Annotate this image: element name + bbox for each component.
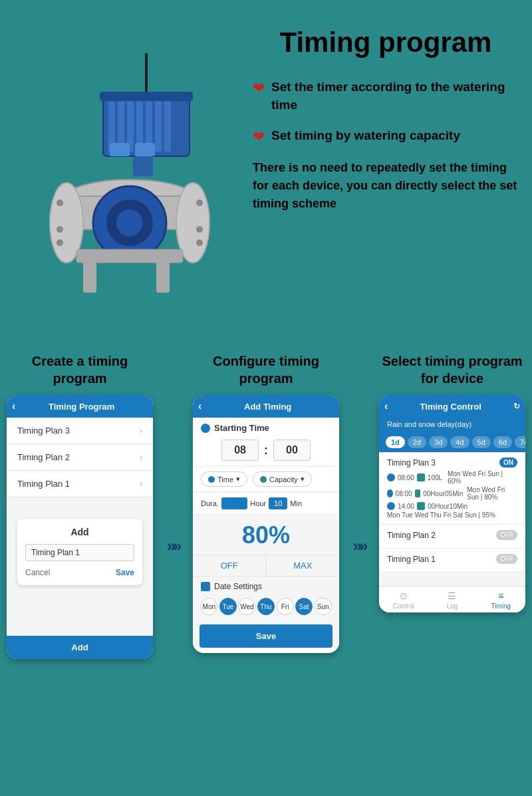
bottom-section: Create a timing program ‹ Timing Program… bbox=[0, 346, 532, 672]
phone-1: ‹ Timing Program Timing Plan 3 › Timing … bbox=[7, 395, 153, 659]
day-mon[interactable]: Mon bbox=[200, 598, 217, 615]
svg-rect-11 bbox=[100, 92, 193, 101]
phone-1-body: Timing Plan 3 › Timing Plan 2 › Timing P… bbox=[7, 418, 153, 636]
timing-icon: ≡ bbox=[477, 591, 525, 601]
svg-point-17 bbox=[57, 199, 63, 206]
off-max-row: OFF MAX bbox=[193, 555, 339, 577]
tab-log[interactable]: ☰ Log bbox=[428, 591, 476, 610]
time-icon-1 bbox=[387, 473, 395, 481]
day-fri[interactable]: Fri bbox=[277, 598, 294, 615]
plan-3-detail-2: 08:00 00Hour05Min Mon Wed Fri Sun | 80% bbox=[387, 486, 517, 501]
list-item-1[interactable]: Timing Plan 1 › bbox=[7, 471, 153, 497]
cancel-button[interactable]: Cancel bbox=[25, 568, 50, 577]
svg-rect-8 bbox=[164, 101, 171, 152]
step-3-title: Select timing program for device bbox=[379, 352, 525, 387]
right-content: Timing program ❤ Set the timer according… bbox=[239, 20, 519, 332]
plan-1-header: Timing Plan 1 OFF bbox=[387, 554, 517, 564]
delay-3d[interactable]: 3d bbox=[429, 436, 448, 448]
phone-3-header: ‹ Timing Control ↻ bbox=[379, 395, 525, 418]
list-item-2[interactable]: Timing Plan 2 › bbox=[7, 444, 153, 471]
phone-2-header: ‹ Add Timing bbox=[193, 395, 339, 418]
plan-3-detail-1: 08:00 100L Mon Wed Fri Sun | 60% bbox=[387, 470, 517, 485]
list-item-3[interactable]: Timing Plan 3 › bbox=[7, 418, 153, 444]
svg-rect-12 bbox=[133, 156, 153, 176]
svg-rect-28 bbox=[156, 259, 170, 293]
step-2: Configure timing program ‹ Add Timing St… bbox=[193, 352, 339, 659]
sub-header: Rain and snow delay(day) bbox=[379, 418, 525, 432]
dropdown-arrow-2: ▾ bbox=[301, 475, 305, 483]
phone-2: ‹ Add Timing Starting Time 08 : 00 bbox=[193, 395, 339, 653]
day-sun[interactable]: Sun bbox=[315, 598, 332, 615]
options-row: Time ▾ Capacity ▾ bbox=[193, 467, 339, 491]
plan-3-header: Timing Plan 3 ON bbox=[387, 458, 517, 467]
step-3: Select timing program for device ‹ Timin… bbox=[379, 352, 525, 659]
heart-icon-1: ❤ bbox=[253, 80, 265, 97]
svg-point-20 bbox=[196, 199, 203, 206]
cap-icon-1 bbox=[417, 473, 425, 481]
delay-4d[interactable]: 4d bbox=[450, 436, 469, 448]
phone-3-title: Timing Control bbox=[420, 402, 481, 412]
duration-number[interactable]: 10 bbox=[269, 497, 287, 509]
svg-point-22 bbox=[196, 239, 203, 246]
add-bottom-button[interactable]: Add bbox=[7, 636, 153, 659]
tab-control[interactable]: ⊙ Control bbox=[379, 591, 428, 610]
time-row: 08 : 00 bbox=[193, 436, 339, 465]
date-settings-label: Date Settings bbox=[193, 577, 339, 594]
plan-1-toggle[interactable]: OFF bbox=[496, 554, 517, 564]
save-button-dialog[interactable]: Save bbox=[116, 568, 134, 577]
plan-2-header: Timing Plan 2 OFF bbox=[387, 530, 517, 540]
feature-item-1: ❤ Set the timer according to the waterin… bbox=[253, 78, 519, 114]
chevron-icon-1: › bbox=[140, 479, 142, 489]
back-icon-2[interactable]: ‹ bbox=[198, 400, 201, 412]
day-wed[interactable]: Wed bbox=[238, 598, 255, 615]
back-icon-3[interactable]: ‹ bbox=[384, 400, 388, 412]
delay-6d[interactable]: 6d bbox=[493, 436, 512, 448]
starting-time-label: Starting Time bbox=[214, 423, 269, 433]
phone-1-header: ‹ Timing Program bbox=[7, 395, 153, 418]
svg-rect-9 bbox=[110, 143, 130, 156]
delay-2d[interactable]: 2d bbox=[408, 436, 426, 448]
add-dialog: Add Timing Plan 1 Cancel Save bbox=[17, 519, 142, 585]
duration-row: Dura. Hour 10 Min bbox=[193, 493, 339, 513]
minute-box[interactable]: 00 bbox=[273, 440, 311, 461]
day-sat[interactable]: Sat bbox=[295, 598, 313, 615]
add-dialog-input[interactable]: Timing Plan 1 bbox=[25, 544, 134, 561]
svg-point-25 bbox=[116, 209, 143, 236]
feature-text-1: Set the timer according to the watering … bbox=[271, 78, 519, 114]
day-tue[interactable]: Tue bbox=[219, 598, 237, 615]
time-icon-2 bbox=[387, 489, 393, 497]
svg-rect-10 bbox=[135, 143, 155, 156]
day-thu[interactable]: Thu bbox=[257, 598, 275, 615]
time-option-dot bbox=[208, 476, 215, 483]
bottom-tabs: ⊙ Control ☰ Log ≡ Timing bbox=[379, 586, 525, 612]
date-icon bbox=[201, 582, 210, 591]
plan-1-name: Timing Plan 1 bbox=[387, 555, 436, 564]
cap-icon-2 bbox=[415, 489, 421, 497]
delay-1d[interactable]: 1d bbox=[386, 436, 405, 448]
save-timing-button[interactable]: Save bbox=[200, 624, 332, 648]
step-2-title: Configure timing program bbox=[193, 352, 339, 387]
plan-2-toggle[interactable]: OFF bbox=[496, 530, 517, 540]
plan-3: Timing Plan 3 ON 08:00 100L Mon Wed Fri … bbox=[379, 452, 525, 525]
plan-3-toggle[interactable]: ON bbox=[499, 458, 517, 467]
hour-label: Hour bbox=[250, 499, 266, 507]
delay-5d[interactable]: 5d bbox=[472, 436, 491, 448]
svg-rect-27 bbox=[83, 259, 96, 293]
feature-text-2: Set timing by watering capacity bbox=[271, 127, 460, 145]
arrow-1: »» bbox=[160, 352, 186, 659]
days-row[interactable]: Mon Tue Wed Thu Fri Sat Sun bbox=[193, 594, 339, 619]
max-button[interactable]: MAX bbox=[267, 555, 340, 576]
time-separator: : bbox=[264, 444, 268, 458]
arrow-2: »» bbox=[346, 352, 372, 659]
time-option[interactable]: Time ▾ bbox=[201, 471, 247, 487]
hour-box[interactable]: 08 bbox=[221, 440, 259, 461]
back-icon-1[interactable]: ‹ bbox=[12, 400, 15, 412]
delay-7d[interactable]: 7d bbox=[515, 436, 525, 448]
tab-timing[interactable]: ≡ Timing bbox=[477, 591, 525, 610]
feature-item-2: ❤ Set timing by watering capacity bbox=[253, 127, 519, 146]
phone-2-title: Add Timing bbox=[244, 402, 291, 412]
refresh-icon[interactable]: ↻ bbox=[513, 402, 520, 411]
duration-filled-bar bbox=[221, 497, 247, 509]
capacity-option[interactable]: Capacity ▾ bbox=[253, 471, 312, 487]
off-button[interactable]: OFF bbox=[193, 555, 267, 576]
